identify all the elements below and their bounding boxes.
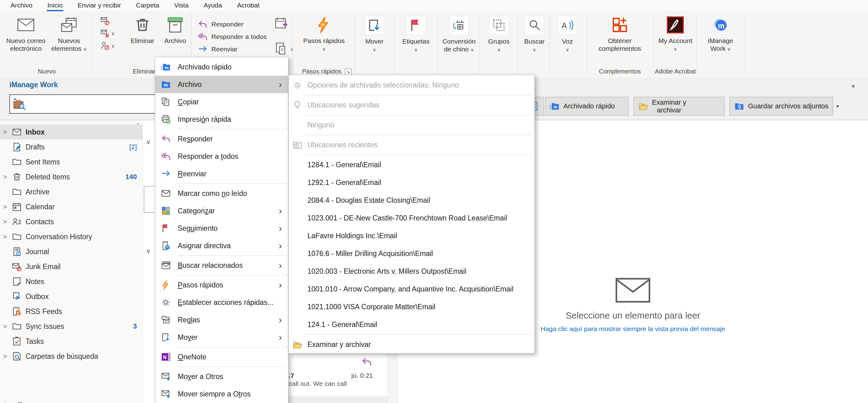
chinese-conversion-button[interactable]: Conversión de chino	[440, 15, 478, 53]
reply-all-label: Responder a todos	[211, 33, 267, 40]
sidebar-item-junk-email[interactable]: Junk Email	[0, 259, 143, 274]
list-item-time[interactable]: ju. 0:21	[324, 372, 373, 379]
menu-item-1076-6-miller-drilling-acquisition-email[interactable]: 1076.6 - Miller Drilling Acquisition\Ema…	[289, 245, 534, 263]
sidebar-item-carpetas-de-b-squeda[interactable]: >Carpetas de búsqueda	[0, 349, 143, 364]
menu-item-responder[interactable]: Responder	[155, 130, 288, 147]
list-item-number-fragment[interactable]: .7	[289, 372, 294, 379]
groups-button[interactable]: Grupos	[484, 15, 514, 53]
junk-button[interactable]	[100, 41, 115, 51]
expand-chevron-icon[interactable]: >	[3, 218, 12, 226]
list-item-preview[interactable]: call out. We can call	[289, 380, 387, 388]
expand-chevron-icon[interactable]: >	[3, 173, 12, 181]
menu-item-categorizar[interactable]: Categorizar	[155, 202, 288, 220]
menu-item-mover-siempre-a-otros[interactable]: Mover siempre a Otros	[155, 385, 288, 403]
menu-item-1001-010-arrow-company-and-aquantive-inc-acquisition-email[interactable]: 1001.010 - Arrow Company, and Aquantive …	[289, 280, 534, 298]
sidebar-item-outbox[interactable]: Outbox	[0, 289, 143, 304]
tab-ayuda[interactable]: Ayuda	[196, 0, 229, 11]
sidebar-item-sent-items[interactable]: Sent Items	[0, 155, 143, 169]
tags-button[interactable]: Etiquetas	[400, 15, 432, 53]
menu-item-marcar-como-no-le-do[interactable]: Marcar como no leído	[155, 185, 288, 202]
menu-item-1021-1000-visa-corporate-matter-email[interactable]: 1021.1000 VISA Corporate Matter\Email	[289, 298, 534, 316]
tab-enviar-y-recibir[interactable]: Enviar y recibir	[70, 0, 128, 11]
sidebar-item-calendar[interactable]: >Calendar	[0, 199, 143, 214]
groups-icon	[492, 18, 506, 32]
delete-x-button[interactable]	[100, 29, 115, 38]
menu-item-impresi-n-r-pida[interactable]: Impresión rápida	[155, 110, 288, 128]
menu-item-1023-001-de-new-castle-700-frenchtown-road-lease-email[interactable]: 1023.001 - DE-New Castle-700 Frenchtown …	[289, 209, 534, 227]
reply-all-button[interactable]: Responder a todos	[198, 32, 267, 42]
archive-button[interactable]: Archivo	[160, 13, 190, 44]
menu-item-establecer-acciones-r-pidas[interactable]: Establecer acciones rápidas...	[155, 294, 288, 311]
menu-item-1284-1-general-email[interactable]: 1284.1 - General\Email	[289, 156, 534, 174]
collapse-pane-icon[interactable]	[850, 83, 856, 90]
quick-steps-label: Pasos rápidos	[303, 37, 345, 52]
tab-archivo[interactable]: Archivo	[3, 0, 40, 11]
sidebar-item-notes[interactable]: Notes	[0, 274, 143, 289]
dialog-launcher-icon[interactable]	[345, 69, 352, 75]
reply-button[interactable]: Responder	[198, 19, 244, 29]
sidebar-item-tasks[interactable]: Tasks	[0, 334, 143, 349]
expand-chevron-icon[interactable]: >	[3, 323, 12, 330]
menu-item-examinar-y-archivar[interactable]: Examinar y archivar	[289, 336, 534, 354]
menu-item-pasos-r-pidos[interactable]: Pasos rápidos	[155, 276, 288, 294]
menu-item-onenote[interactable]: NOneNote	[155, 348, 288, 366]
menu-item-archivado-r-pido[interactable]: mArchivado rápido	[155, 58, 288, 76]
menu-item-buscar-relacionados[interactable]: Buscar relacionados	[155, 257, 288, 274]
sidebar-item-clipped[interactable]: >	[4, 401, 98, 403]
voice-button[interactable]: A Voz	[554, 15, 581, 53]
expand-chevron-icon[interactable]: >	[3, 352, 12, 360]
menu-item-seguimiento[interactable]: Seguimiento	[155, 220, 288, 237]
menu-item-copiar[interactable]: Copiar	[155, 93, 288, 110]
tab-acrobat[interactable]: Acrobat	[229, 0, 267, 11]
new-items-button[interactable]: Nuevos elementos	[49, 13, 89, 52]
group-divider	[696, 14, 697, 75]
move-button[interactable]: Mover	[361, 15, 389, 53]
meeting-reply-button[interactable]	[274, 17, 289, 31]
search-button[interactable]: Buscar	[521, 15, 548, 53]
menu-item-reenviar[interactable]: Reenviar	[155, 165, 288, 182]
forward-button[interactable]: Reenviar	[198, 44, 238, 54]
expand-chevron-icon[interactable]: >	[3, 233, 12, 240]
menu-item-reglas[interactable]: Reglas	[155, 311, 288, 329]
envelope-icon	[615, 277, 651, 303]
menu-item-2084-4-douglas-estate-closing-email[interactable]: 2084.4 - Douglas Estate Closing\Email	[289, 192, 534, 209]
sidebar-item-contacts[interactable]: >Contacts	[0, 214, 143, 229]
menu-item-archivo[interactable]: mArchivo	[155, 76, 288, 93]
menu-item-asignar-directiva[interactable]: Asignar directiva	[155, 237, 288, 255]
tab-carpeta[interactable]: Carpeta	[128, 0, 167, 11]
group-collapse-icon[interactable]	[146, 247, 151, 255]
browse-and-file-button[interactable]: Examinar y archivar	[633, 97, 724, 115]
expand-chevron-icon[interactable]: >	[3, 203, 12, 210]
my-account-button[interactable]: My Account	[658, 13, 693, 52]
expand-chevron-icon[interactable]: >	[3, 128, 12, 136]
quick-steps-button[interactable]: Pasos rápidos	[303, 13, 345, 52]
tab-inicio[interactable]: Inicio	[40, 0, 70, 11]
show-preview-link[interactable]: Haga clic aquí para mostrar siempre la v…	[540, 325, 725, 333]
quick-file-button[interactable]: m Archivado rápido	[545, 97, 628, 115]
menu-item-1292-1-general-email[interactable]: 1292.1 - General\Email	[289, 174, 534, 192]
sidebar-item-inbox[interactable]: >Inbox	[0, 125, 143, 139]
share-button[interactable]	[274, 42, 294, 56]
new-mail-button[interactable]: Nuevo correo electrónico	[4, 13, 48, 52]
dropdown-arrow-icon[interactable]	[837, 103, 839, 109]
menu-item-124-1-general-email[interactable]: 124.1 - General\Email	[289, 316, 534, 334]
imanage-work-button[interactable]: m iManage Work	[701, 13, 740, 52]
sidebar-item-archive[interactable]: Archive	[0, 184, 143, 199]
sidebar-item-deleted-items[interactable]: >Deleted Items140	[0, 169, 143, 184]
sidebar-item-conversation-history[interactable]: >Conversation History	[0, 229, 143, 244]
sidebar-item-journal[interactable]: Journal	[0, 244, 143, 259]
ignore-button[interactable]	[100, 16, 110, 26]
sidebar-item-sync-issues[interactable]: >Sync Issues3	[0, 319, 143, 334]
get-addins-button[interactable]: Obtener complementos	[591, 13, 649, 52]
tab-vista[interactable]: Vista	[167, 0, 196, 11]
menu-item-1020-003-electronic-arts-v-millers-outpost-email[interactable]: 1020.003 - Electronic Arts v. Millers Ou…	[289, 263, 534, 280]
menu-item-responder-a-todos[interactable]: Responder a todos	[155, 147, 288, 165]
menu-item-mover[interactable]: Mover	[155, 329, 288, 346]
menu-item-mover-a-otros[interactable]: Mover a Otros	[155, 368, 288, 385]
save-attachments-button[interactable]: Guardar archivos adjuntos	[730, 97, 833, 115]
menu-item-lafavre-holdings-inc-email[interactable]: LaFavre Holdings Inc.\Email	[289, 227, 534, 245]
sidebar-item-rss-feeds[interactable]: RSS Feeds	[0, 304, 143, 319]
sidebar-item-drafts[interactable]: Drafts[2]	[0, 139, 143, 155]
delete-button[interactable]: Eliminar	[125, 13, 160, 44]
group-collapse-icon[interactable]	[146, 138, 151, 146]
